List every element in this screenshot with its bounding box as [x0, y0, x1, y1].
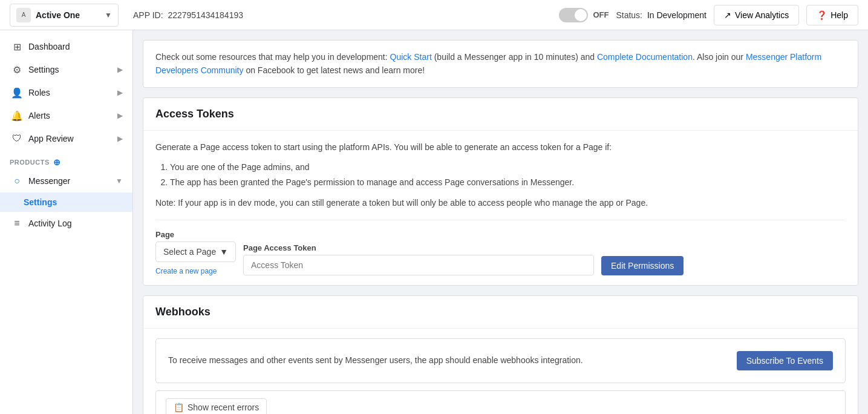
list-item: The app has been granted the Page's perm…: [170, 176, 846, 189]
access-tokens-note: Note: If your app is in dev mode, you ca…: [155, 196, 846, 209]
show-errors-card: 📋 Show recent errors: [155, 390, 846, 414]
chevron-down-icon: ▼: [116, 177, 123, 185]
page-label: Page: [155, 230, 236, 239]
sidebar-item-messenger[interactable]: ○ Messenger ▼: [0, 169, 132, 192]
chevron-down-icon: ▼: [220, 247, 228, 257]
sidebar-item-label: Messenger: [28, 176, 109, 186]
app-id-label: APP ID:: [133, 10, 163, 20]
token-field-group: Page Access Token: [243, 243, 594, 275]
toggle-label: OFF: [593, 10, 609, 19]
dev-mode-toggle[interactable]: [559, 8, 588, 22]
access-token-input[interactable]: [243, 255, 594, 275]
show-recent-errors-button[interactable]: 📋 Show recent errors: [166, 398, 267, 414]
app-id-value: 2227951434184193: [168, 10, 243, 20]
chevron-right-icon: ▶: [117, 88, 123, 97]
dashboard-icon: ⊞: [11, 41, 22, 52]
access-tokens-title: Access Tokens: [155, 108, 846, 120]
messenger-icon: ○: [11, 176, 22, 186]
select-page-label: Select a Page: [163, 247, 216, 257]
status-value: In Development: [647, 10, 706, 20]
top-header: A Active One ▼ APP ID: 2227951434184193 …: [0, 0, 868, 30]
webhooks-body: To receive messages and other events sen…: [143, 329, 858, 414]
edit-permissions-button[interactable]: Edit Permissions: [601, 256, 684, 275]
activity-log-icon: ≡: [11, 218, 22, 229]
roles-icon: 👤: [11, 87, 22, 98]
sidebar-item-label: Roles: [28, 88, 111, 97]
sidebar-item-dashboard[interactable]: ⊞ Dashboard: [0, 35, 132, 58]
access-tokens-desc: Generate a Page access token to start us…: [155, 140, 846, 154]
app-icon: A: [16, 8, 31, 22]
create-page-link[interactable]: Create a new page: [155, 267, 236, 275]
sidebar-item-label: Dashboard: [28, 42, 123, 51]
status-label: Status: In Development: [616, 10, 706, 20]
token-row: Page Select a Page ▼ Create a new page P…: [155, 220, 846, 275]
resource-links-card: Check out some resources that may help y…: [143, 40, 858, 88]
sidebar-item-roles[interactable]: 👤 Roles ▶: [0, 81, 132, 104]
webhooks-description: To receive messages and other events sen…: [168, 354, 727, 367]
content-inner: Check out some resources that may help y…: [133, 30, 868, 414]
sidebar-item-label: Settings: [28, 65, 111, 74]
toggle-knob: [575, 9, 587, 21]
header-right: OFF Status: In Development ↗ View Analyt…: [559, 5, 858, 25]
app-review-icon: 🛡: [11, 133, 22, 144]
sidebar: ⊞ Dashboard ⚙ Settings ▶ 👤 Roles ▶ 🔔 Ale…: [0, 30, 133, 414]
access-tokens-card: Access Tokens Generate a Page access tok…: [143, 97, 858, 286]
page-field-group: Page Select a Page ▼ Create a new page: [155, 230, 236, 275]
main-content: Check out some resources that may help y…: [133, 30, 868, 414]
chevron-right-icon: ▶: [117, 65, 123, 74]
resource-links-body: Check out some resources that may help y…: [143, 41, 858, 87]
alerts-icon: 🔔: [11, 110, 22, 121]
sidebar-item-messenger-settings[interactable]: Settings: [0, 192, 132, 212]
analytics-icon: ↗: [724, 10, 731, 20]
view-analytics-button[interactable]: ↗ View Analytics: [714, 5, 799, 25]
app-id-section: APP ID: 2227951434184193: [133, 10, 243, 20]
app-selector[interactable]: A Active One ▼: [10, 4, 119, 27]
webhooks-header: Webhooks: [143, 296, 858, 329]
complete-docs-link[interactable]: Complete Documentation: [597, 52, 693, 62]
help-button[interactable]: ❓ Help: [806, 5, 858, 25]
access-tokens-header: Access Tokens: [143, 98, 858, 131]
webhooks-card: Webhooks To receive messages and other e…: [143, 295, 858, 414]
sidebar-item-label: App Review: [28, 134, 111, 143]
products-section-label: PRODUCTS ⊕: [0, 150, 132, 169]
chevron-right-icon: ▶: [117, 134, 123, 143]
sidebar-sub-item-label: Settings: [24, 197, 57, 207]
access-tokens-body: Generate a Page access token to start us…: [143, 131, 858, 285]
chevron-down-icon: ▼: [105, 11, 112, 19]
sidebar-item-label: Activity Log: [28, 218, 123, 228]
help-icon: ❓: [817, 10, 827, 20]
subscribe-to-events-button[interactable]: Subscribe To Events: [737, 351, 833, 370]
errors-icon: 📋: [174, 402, 184, 412]
sidebar-item-settings[interactable]: ⚙ Settings ▶: [0, 58, 132, 81]
select-page-button[interactable]: Select a Page ▼: [155, 242, 236, 262]
chevron-right-icon: ▶: [117, 111, 123, 120]
sidebar-item-alerts[interactable]: 🔔 Alerts ▶: [0, 104, 132, 127]
resource-text: Check out some resources that may help y…: [155, 50, 846, 77]
quick-start-link[interactable]: Quick Start: [390, 52, 432, 62]
page-access-token-label: Page Access Token: [243, 243, 594, 252]
sidebar-item-activity-log[interactable]: ≡ Activity Log: [0, 212, 132, 235]
settings-icon: ⚙: [11, 64, 22, 75]
main-layout: ⊞ Dashboard ⚙ Settings ▶ 👤 Roles ▶ 🔔 Ale…: [0, 30, 868, 414]
access-tokens-list: You are one of the Page admins, and The …: [155, 161, 846, 189]
app-name: Active One: [36, 10, 100, 20]
webhooks-inner-card: To receive messages and other events sen…: [155, 338, 846, 383]
add-product-icon[interactable]: ⊕: [53, 157, 61, 167]
sidebar-item-label: Alerts: [28, 111, 111, 120]
webhooks-title: Webhooks: [155, 306, 846, 318]
list-item: You are one of the Page admins, and: [170, 161, 846, 174]
sidebar-item-app-review[interactable]: 🛡 App Review ▶: [0, 127, 132, 150]
toggle-container: OFF: [559, 8, 609, 22]
